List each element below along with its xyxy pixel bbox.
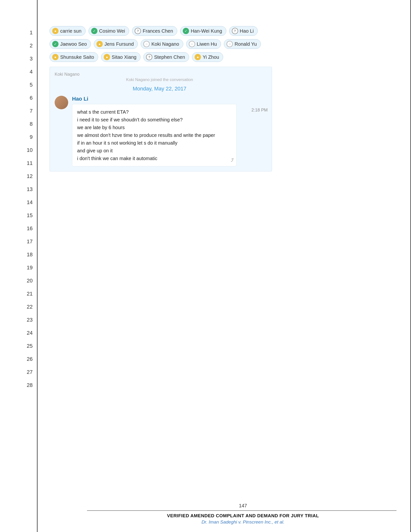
chip-carrie-sun[interactable]: ● carrie sun xyxy=(50,26,86,36)
chat-message-line-5: if in an hour it s not working let s do … xyxy=(77,139,231,147)
chip-label-han-wei-kung: Han-Wei Kung xyxy=(191,28,222,34)
chip-icon-shunsuke-saito: ● xyxy=(52,54,58,60)
main-content: ● carrie sun ✓ Cosimo Wei ? Frances Chen… xyxy=(37,0,411,532)
chip-icon-liwen-hu: ○ xyxy=(189,41,195,47)
chip-ronald-yu[interactable]: ○ Ronald Yu xyxy=(224,39,261,49)
chat-section: Koki Nagano Koki Nagano joined the conve… xyxy=(50,67,272,171)
line-number-6: 6 xyxy=(0,91,37,104)
chat-overlay-name: Koki Nagano xyxy=(55,72,264,77)
chip-yi-zhou[interactable]: ● Yi Zhou xyxy=(192,52,223,62)
chip-label-carrie-sun: carrie sun xyxy=(60,28,82,34)
chip-label-stephen-chen: Stephen Chen xyxy=(154,54,185,60)
avatar-face xyxy=(55,96,68,109)
chip-frances-chen[interactable]: ? Frances Chen xyxy=(132,26,177,36)
footer-divider xyxy=(87,511,396,511)
chat-message-line-7: i don't think we can make it automatic xyxy=(77,154,231,162)
chat-timestamp: 2:18 PM xyxy=(252,107,268,114)
chip-label-jens-fursund: Jens Fursund xyxy=(104,41,134,47)
chip-icon-hao-li: ? xyxy=(232,28,238,34)
participants-section: ● carrie sun ✓ Cosimo Wei ? Frances Chen… xyxy=(50,26,396,62)
chat-message-line-4: we almost don't hzve time to produce res… xyxy=(77,131,231,139)
chip-sitao-xiang[interactable]: ● Sitao Xiang xyxy=(101,52,140,62)
chip-han-wei-kung[interactable]: ✓ Han-Wei Kung xyxy=(180,26,226,36)
line-number-17: 17 xyxy=(0,235,37,248)
participants-row-3: ● Shunsuke Saito ● Sitao Xiang ? Stephen… xyxy=(50,52,396,62)
line-number-12: 12 xyxy=(0,170,37,183)
line-number-5: 5 xyxy=(0,78,37,91)
line-number-18: 18 xyxy=(0,248,37,261)
chat-date-line: Monday, May 22, 2017 xyxy=(55,86,264,92)
chat-message-line-6: and give up on it xyxy=(77,147,231,154)
line-number-8: 8 xyxy=(0,117,37,131)
chip-icon-yi-zhou: ● xyxy=(195,54,201,60)
line-number-15: 15 xyxy=(0,209,37,222)
chip-icon-jens-fursund: ● xyxy=(96,41,103,47)
line-number-3: 3 xyxy=(0,52,37,65)
footer-title: VERIFIED AMENDED COMPLAINT AND DEMAND FO… xyxy=(75,513,411,518)
line-number-21: 21 xyxy=(0,287,37,300)
line-number-26: 26 xyxy=(0,352,37,366)
line-number-11: 11 xyxy=(0,157,37,170)
chip-hao-li[interactable]: ? Hao Li xyxy=(229,26,258,36)
chip-label-ronald-yu: Ronald Yu xyxy=(234,41,257,47)
chip-label-koki-nagano: Koki Nagano xyxy=(151,41,179,47)
chip-icon-ronald-yu: ○ xyxy=(226,41,233,47)
line-number-28: 28 xyxy=(0,379,37,392)
chip-label-cosimo-wei: Cosimo Wei xyxy=(99,28,125,34)
page-footer: 147 VERIFIED AMENDED COMPLAINT AND DEMAN… xyxy=(75,503,411,525)
line-number-22: 22 xyxy=(0,300,37,314)
chip-stephen-chen[interactable]: ? Stephen Chen xyxy=(143,52,189,62)
line-numbers: 1234567891011121314151617181920212223242… xyxy=(0,26,37,392)
line-number-13: 13 xyxy=(0,183,37,196)
chip-icon-sitao-xiang: ● xyxy=(104,54,110,60)
chip-cosimo-wei[interactable]: ✓ Cosimo Wei xyxy=(88,26,129,36)
chat-joined-line: Koki Nagano joined the conversation xyxy=(55,77,264,82)
line-number-25: 25 xyxy=(0,340,37,352)
line-number-20: 20 xyxy=(0,274,37,287)
line-number-27: 27 xyxy=(0,366,37,379)
line-number-7: 7 xyxy=(0,104,37,117)
chat-message-line-3: we are late by 6 hours xyxy=(77,124,231,131)
line-number-23: 23 xyxy=(0,314,37,326)
chip-icon-cosimo-wei: ✓ xyxy=(91,28,97,34)
line-number-16: 16 xyxy=(0,222,37,235)
chip-icon-stephen-chen: ? xyxy=(146,54,152,60)
chat-message-line-2: i need it to see if we shoudn't do somet… xyxy=(77,116,231,124)
chip-icon-jaewoo-seo: ✓ xyxy=(52,41,58,47)
chip-icon-han-wei-kung: ✓ xyxy=(183,28,189,34)
chat-bubble: 2:18 PM what s the current ETA? i need i… xyxy=(72,104,236,166)
chip-icon-carrie-sun: ● xyxy=(52,28,58,34)
page-container: 1234567891011121314151617181920212223242… xyxy=(0,0,411,532)
chip-label-jaewoo-seo: Jaewoo Seo xyxy=(60,41,87,47)
line-number-10: 10 xyxy=(0,144,37,157)
participants-row-2: ✓ Jaewoo Seo ● Jens Fursund ○ Koki Nagan… xyxy=(50,39,396,49)
chat-sender-name: Hao Li xyxy=(72,96,264,102)
footer-subtitle: Dr. Iman Sadeghi v. Pinscreen Inc., et a… xyxy=(75,519,411,525)
chip-icon-koki-nagano: ○ xyxy=(143,41,150,47)
chip-liwen-hu[interactable]: ○ Liwen Hu xyxy=(186,39,221,49)
line-number-9: 9 xyxy=(0,131,37,144)
line-number-14: 14 xyxy=(0,196,37,209)
chip-shunsuke-saito[interactable]: ● Shunsuke Saito xyxy=(50,52,98,62)
chip-label-sitao-xiang: Sitao Xiang xyxy=(112,54,136,60)
chip-label-yi-zhou: Yi Zhou xyxy=(203,54,219,60)
chip-label-frances-chen: Frances Chen xyxy=(143,28,173,34)
chip-label-hao-li: Hao Li xyxy=(240,28,254,34)
line-number-1: 1 xyxy=(0,26,37,39)
line-number-19: 19 xyxy=(0,261,37,274)
avatar xyxy=(55,96,68,109)
chip-label-shunsuke-saito: Shunsuke Saito xyxy=(60,54,94,60)
chip-icon-frances-chen: ? xyxy=(135,28,141,34)
line-number-2: 2 xyxy=(0,39,37,52)
chat-message-block: Hao Li 2:18 PM what s the current ETA? i… xyxy=(55,96,264,166)
participants-row-1: ● carrie sun ✓ Cosimo Wei ? Frances Chen… xyxy=(50,26,396,36)
chip-jens-fursund[interactable]: ● Jens Fursund xyxy=(94,39,138,49)
chip-jaewoo-seo[interactable]: ✓ Jaewoo Seo xyxy=(50,39,91,49)
line-number-24: 24 xyxy=(0,326,37,340)
edit-icon: ℐ xyxy=(231,157,233,164)
line-number-4: 4 xyxy=(0,65,37,78)
chip-koki-nagano[interactable]: ○ Koki Nagano xyxy=(141,39,183,49)
page-number: 147 xyxy=(75,503,411,509)
left-margin: 1234567891011121314151617181920212223242… xyxy=(0,0,37,532)
chip-label-liwen-hu: Liwen Hu xyxy=(197,41,217,47)
